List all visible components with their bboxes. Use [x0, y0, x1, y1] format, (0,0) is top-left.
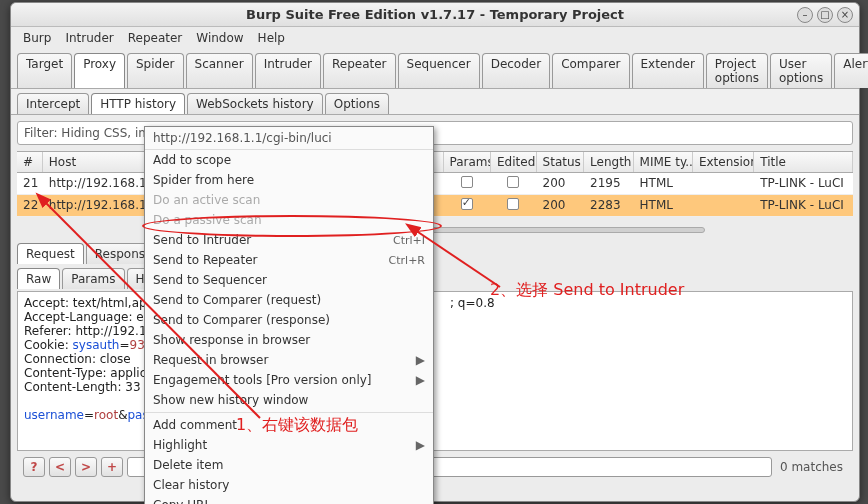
tab-comparer[interactable]: Comparer	[552, 53, 629, 88]
ctx-item-label: Add comment	[153, 418, 237, 432]
cell-status: 200	[537, 195, 585, 216]
cell-edited	[491, 173, 537, 194]
ctx-item[interactable]: Send to IntruderCtrl+I	[145, 230, 433, 250]
cell-mime: HTML	[634, 173, 693, 194]
cell-title: TP-LINK - LuCI	[754, 195, 853, 216]
tab-scanner[interactable]: Scanner	[186, 53, 253, 88]
ctx-item[interactable]: Highlight▶	[145, 435, 433, 455]
col-status[interactable]: Status	[537, 152, 585, 172]
tab-proxy[interactable]: Proxy	[74, 53, 125, 88]
raw-params-tabs: Raw Params He	[11, 264, 859, 289]
ctx-item[interactable]: Show new history window	[145, 390, 433, 410]
col-params[interactable]: Params	[444, 152, 492, 172]
tab-raw[interactable]: Raw	[17, 268, 60, 289]
ctx-item-label: Do a passive scan	[153, 213, 261, 227]
ctx-item-label: Send to Comparer (request)	[153, 293, 321, 307]
ctx-item[interactable]: Show response in browser	[145, 330, 433, 350]
menubar: Burp Intruder Repeater Window Help	[11, 27, 859, 49]
cell-title: TP-LINK - LuCI	[754, 173, 853, 194]
tab-request[interactable]: Request	[17, 243, 84, 264]
filter-bar[interactable]: Filter: Hiding CSS, imag	[17, 121, 853, 145]
tab-alerts[interactable]: Alerts	[834, 53, 868, 88]
subtab-intercept[interactable]: Intercept	[17, 93, 89, 114]
subtab-options[interactable]: Options	[325, 93, 389, 114]
context-menu: http://192.168.1.1/cgi-bin/luci Add to s…	[144, 126, 434, 504]
prev-match-button[interactable]: <	[49, 457, 71, 477]
col-extension[interactable]: Extension	[693, 152, 754, 172]
col-length[interactable]: Length	[584, 152, 633, 172]
ctx-item[interactable]: Delete item	[145, 455, 433, 475]
app-window: Burp Suite Free Edition v1.7.17 - Tempor…	[10, 2, 860, 502]
request-content[interactable]: Accept: text/html,appl Accept-Language: …	[17, 291, 853, 451]
menu-repeater[interactable]: Repeater	[122, 29, 189, 47]
minimize-button[interactable]: –	[797, 7, 813, 23]
close-button[interactable]: ×	[837, 7, 853, 23]
subtab-http-history[interactable]: HTTP history	[91, 93, 185, 114]
ctx-item-label: Do an active scan	[153, 193, 260, 207]
ctx-item[interactable]: Send to Comparer (response)	[145, 310, 433, 330]
ctx-item: Do an active scan	[145, 190, 433, 210]
ctx-item[interactable]: Add to scope	[145, 150, 433, 170]
tab-params[interactable]: Params	[62, 268, 124, 289]
ctx-item-label: Engagement tools [Pro version only]	[153, 373, 372, 387]
splitter[interactable]	[17, 223, 853, 237]
ctx-item[interactable]: Send to Sequencer	[145, 270, 433, 290]
col-num[interactable]: #	[17, 152, 43, 172]
ctx-item-label: Show new history window	[153, 393, 308, 407]
tab-repeater[interactable]: Repeater	[323, 53, 396, 88]
subtab-websockets-history[interactable]: WebSockets history	[187, 93, 323, 114]
tab-extender[interactable]: Extender	[632, 53, 704, 88]
menu-intruder[interactable]: Intruder	[59, 29, 119, 47]
ctx-url: http://192.168.1.1/cgi-bin/luci	[145, 127, 433, 150]
ctx-item[interactable]: Send to RepeaterCtrl+R	[145, 250, 433, 270]
ctx-item-label: Copy URL	[153, 498, 211, 504]
cell-length: 2195	[584, 173, 633, 194]
col-title[interactable]: Title	[754, 152, 853, 172]
ctx-item[interactable]: Engagement tools [Pro version only]▶	[145, 370, 433, 390]
chevron-right-icon: ▶	[416, 438, 425, 452]
tab-spider[interactable]: Spider	[127, 53, 184, 88]
tab-sequencer[interactable]: Sequencer	[398, 53, 480, 88]
cell-num: 21	[17, 173, 43, 194]
col-mime[interactable]: MIME ty...	[634, 152, 693, 172]
add-button[interactable]: +	[101, 457, 123, 477]
ctx-item[interactable]: Clear history	[145, 475, 433, 495]
next-match-button[interactable]: >	[75, 457, 97, 477]
ctx-item[interactable]: Add comment	[145, 415, 433, 435]
search-bar: ? < > + 0 matches	[17, 453, 853, 481]
cell-status: 200	[537, 173, 585, 194]
ctx-item[interactable]: Send to Comparer (request)	[145, 290, 433, 310]
checkbox-icon	[507, 176, 519, 188]
tab-target[interactable]: Target	[17, 53, 72, 88]
history-table-header: # Host Params Edited Status Length MIME …	[17, 151, 853, 173]
menu-window[interactable]: Window	[190, 29, 249, 47]
help-button[interactable]: ?	[23, 457, 45, 477]
ctx-item-label: Send to Repeater	[153, 253, 257, 267]
ctx-item-label: Show response in browser	[153, 333, 310, 347]
table-row[interactable]: 21 http://192.168.1.1 200 2195 HTML TP-L…	[17, 173, 853, 195]
ctx-separator	[145, 412, 433, 413]
tab-intruder[interactable]: Intruder	[255, 53, 321, 88]
menu-help[interactable]: Help	[252, 29, 291, 47]
ctx-shortcut: Ctrl+I	[393, 234, 425, 247]
request-response-tabs: Request Response	[11, 243, 859, 264]
ctx-item-label: Send to Comparer (response)	[153, 313, 330, 327]
col-host[interactable]: Host	[43, 152, 148, 172]
checkbox-icon	[507, 198, 519, 210]
chevron-right-icon: ▶	[416, 353, 425, 367]
ctx-item[interactable]: Spider from here	[145, 170, 433, 190]
table-row[interactable]: 22 http://192.168.1.1 200 2283 HTML TP-L…	[17, 195, 853, 217]
match-count: 0 matches	[776, 460, 847, 474]
ctx-item[interactable]: Request in browser▶	[145, 350, 433, 370]
tab-user-options[interactable]: User options	[770, 53, 832, 88]
menu-burp[interactable]: Burp	[17, 29, 57, 47]
tab-decoder[interactable]: Decoder	[482, 53, 551, 88]
cell-params	[444, 195, 492, 216]
ctx-shortcut: Ctrl+R	[389, 254, 425, 267]
ctx-item[interactable]: Copy URL	[145, 495, 433, 504]
col-edited[interactable]: Edited	[491, 152, 537, 172]
maximize-button[interactable]: □	[817, 7, 833, 23]
tab-project-options[interactable]: Project options	[706, 53, 768, 88]
main-tabs: Target Proxy Spider Scanner Intruder Rep…	[11, 49, 859, 89]
window-buttons: – □ ×	[797, 7, 853, 23]
